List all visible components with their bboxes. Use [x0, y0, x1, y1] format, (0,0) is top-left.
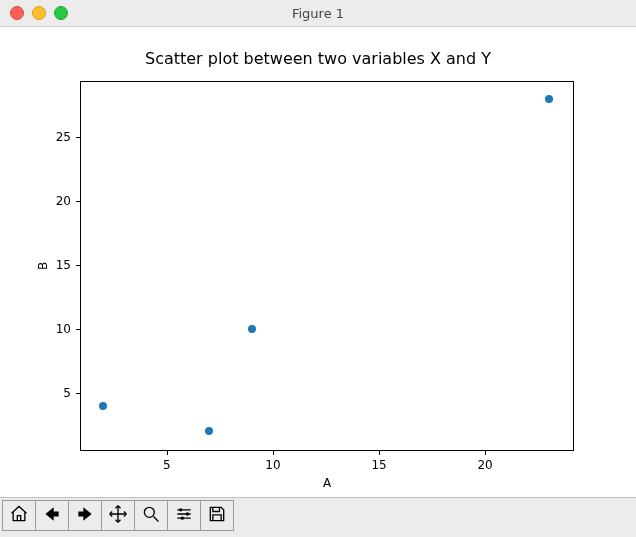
window-controls: [10, 6, 68, 20]
y-tick: [76, 137, 81, 138]
zoom-button[interactable]: [134, 500, 168, 531]
chart-axes: A B 5101520510152025: [80, 81, 574, 451]
sliders-icon: [174, 504, 194, 528]
svg-point-2: [186, 512, 189, 515]
forward-button[interactable]: [68, 500, 102, 531]
magnifier-icon: [141, 504, 161, 528]
save-button[interactable]: [200, 500, 234, 531]
pan-button[interactable]: [101, 500, 135, 531]
svg-point-3: [181, 516, 184, 519]
y-tick-label: 20: [56, 194, 71, 208]
save-icon: [207, 504, 227, 528]
y-tick-label: 10: [56, 322, 71, 336]
y-tick: [76, 265, 81, 266]
x-tick: [273, 450, 274, 455]
x-tick: [485, 450, 486, 455]
data-point: [99, 402, 107, 410]
chart-title: Scatter plot between two variables X and…: [0, 49, 636, 68]
figure-window: Figure 1 Scatter plot between two variab…: [0, 0, 636, 537]
maximize-window-button[interactable]: [54, 6, 68, 20]
close-window-button[interactable]: [10, 6, 24, 20]
y-tick: [76, 329, 81, 330]
y-tick-label: 5: [63, 386, 71, 400]
arrow-left-icon: [42, 504, 62, 528]
home-button[interactable]: [2, 500, 36, 531]
arrow-right-icon: [75, 504, 95, 528]
window-title: Figure 1: [0, 6, 636, 21]
x-axis-label: A: [323, 476, 331, 490]
x-tick-label: 20: [477, 458, 492, 472]
back-button[interactable]: [35, 500, 69, 531]
x-tick: [379, 450, 380, 455]
y-tick: [76, 393, 81, 394]
minimize-window-button[interactable]: [32, 6, 46, 20]
figure-canvas: Scatter plot between two variables X and…: [0, 27, 636, 497]
y-tick-label: 15: [56, 258, 71, 272]
data-point: [545, 95, 553, 103]
home-icon: [9, 504, 29, 528]
titlebar: Figure 1: [0, 0, 636, 27]
data-point: [205, 427, 213, 435]
navigation-toolbar: [0, 497, 636, 537]
x-tick: [167, 450, 168, 455]
y-tick: [76, 201, 81, 202]
x-tick-label: 5: [163, 458, 171, 472]
svg-point-0: [144, 507, 154, 517]
svg-point-1: [179, 508, 182, 511]
x-tick-label: 10: [265, 458, 280, 472]
x-tick-label: 15: [371, 458, 386, 472]
y-axis-label: B: [36, 262, 50, 270]
subplots-button[interactable]: [167, 500, 201, 531]
y-tick-label: 25: [56, 130, 71, 144]
data-point: [248, 325, 256, 333]
move-icon: [108, 504, 128, 528]
